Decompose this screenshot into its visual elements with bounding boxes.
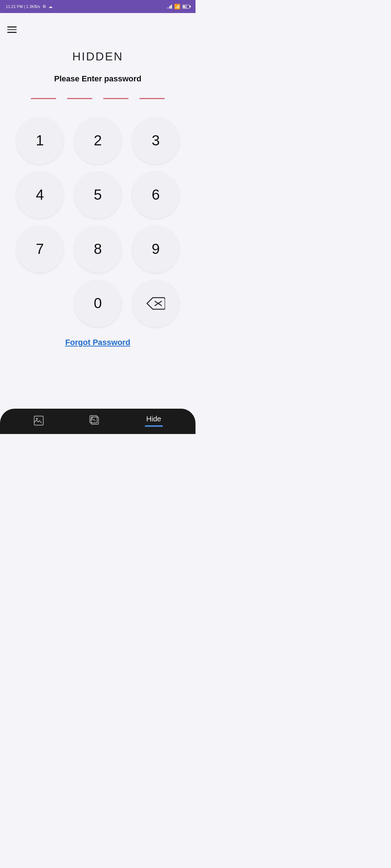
key-empty (16, 280, 63, 327)
status-right: 📶 36 (167, 4, 190, 9)
key-3[interactable]: 3 (132, 117, 179, 164)
signal-icon (167, 4, 172, 9)
keypad-row-2: 4 5 6 (11, 171, 185, 218)
keypad: 1 2 3 4 5 6 7 8 9 0 (0, 117, 196, 327)
key-2[interactable]: 2 (74, 117, 121, 164)
password-prompt: Please Enter password (0, 74, 196, 84)
hide-button[interactable]: Hide (145, 415, 163, 427)
keypad-row-3: 7 8 9 (11, 226, 185, 273)
key-6[interactable]: 6 (132, 171, 179, 218)
pin-slot-1 (31, 98, 56, 99)
bottom-bar: Hide (0, 409, 196, 434)
key-1[interactable]: 1 (16, 117, 63, 164)
keypad-row-4: 0 (11, 280, 185, 327)
pin-slot-3 (103, 98, 129, 99)
key-7[interactable]: 7 (16, 226, 63, 273)
forgot-password-container: Forgot Password (0, 338, 196, 347)
forgot-password-link[interactable]: Forgot Password (65, 338, 130, 347)
wifi-icon: 📶 (174, 4, 180, 9)
svg-point-6 (92, 417, 93, 419)
settings-icon: ⚙ (42, 4, 46, 9)
status-left: 11:21 PM | 1.3KB/s ⚙ ☁ (6, 4, 52, 9)
hamburger-menu[interactable] (0, 20, 196, 39)
status-bar: 11:21 PM | 1.3KB/s ⚙ ☁ 📶 36 (0, 0, 196, 13)
gallery-multi-icon (89, 414, 101, 427)
backspace-button[interactable] (132, 280, 179, 327)
key-5[interactable]: 5 (74, 171, 121, 218)
key-0[interactable]: 0 (74, 280, 121, 327)
key-8[interactable]: 8 (74, 226, 121, 273)
pin-display (0, 98, 196, 99)
key-9[interactable]: 9 (132, 226, 179, 273)
key-4[interactable]: 4 (16, 171, 63, 218)
hide-indicator (145, 425, 163, 427)
hide-label: Hide (146, 415, 161, 423)
gallery-single-button[interactable] (33, 414, 45, 427)
keypad-row-1: 1 2 3 (11, 117, 185, 164)
pin-slot-4 (139, 98, 165, 99)
cloud-icon: ☁ (49, 4, 52, 9)
pin-slot-2 (67, 98, 92, 99)
backspace-icon (146, 297, 165, 310)
time-display: 11:21 PM | 1.3KB/s (6, 4, 40, 9)
gallery-single-icon (33, 414, 45, 427)
gallery-multi-button[interactable] (89, 414, 101, 427)
svg-point-3 (36, 418, 38, 420)
main-content: HIDDEN Please Enter password 1 2 3 4 5 6… (0, 13, 196, 409)
battery-icon: 36 (182, 5, 190, 9)
app-title: HIDDEN (0, 50, 196, 63)
